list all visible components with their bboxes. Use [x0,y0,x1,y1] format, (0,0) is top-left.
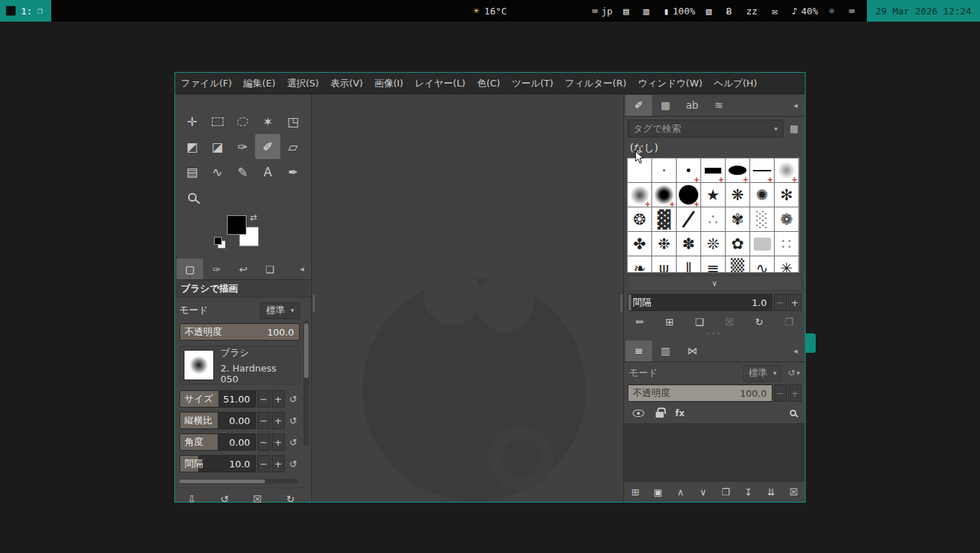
brush-item[interactable]: ❧ [628,256,651,273]
brush-item[interactable] [701,158,725,182]
pane-resize-handle[interactable] [313,295,315,312]
new-layer-button[interactable]: ⊞ [627,487,644,498]
delete-brush-button[interactable]: ☒ [721,316,738,328]
increment-button[interactable]: + [788,294,801,311]
reset-icon[interactable]: ↺ [287,459,300,469]
clipboard-indicator[interactable]: ▤ [623,6,633,17]
tab-fonts[interactable]: ab [679,95,705,116]
aspect-ratio-slider[interactable]: 縦横比 0.00 [179,412,256,429]
active-brush-name[interactable]: 2. Hardness 050 [220,363,295,385]
increment-button[interactable]: + [272,455,285,472]
menu-item[interactable]: レイヤー(L) [409,77,471,90]
fuzzy-select-tool[interactable]: ✶ [255,109,280,134]
lock-icon[interactable] [656,412,664,418]
dock-menu-button[interactable]: ◂ [788,101,803,110]
eraser-tool[interactable]: ▱ [280,134,306,159]
decrement-button[interactable]: − [257,433,270,451]
pane-resize-handle[interactable]: ··· [624,331,805,340]
tab-device-status[interactable]: ✑ [203,258,230,279]
brush-item[interactable]: ψ [652,256,676,273]
idle-inhibitor[interactable]: zz [746,6,761,17]
brush-item[interactable]: ∿ [750,256,774,273]
decrement-button[interactable]: − [774,385,787,402]
text-tool[interactable]: A [255,159,280,184]
layer-opacity-slider[interactable]: 不透明度 100.0 [628,385,772,402]
paths-tool[interactable]: ✎ [230,159,255,184]
decrement-button[interactable]: − [257,455,270,472]
menu-item[interactable]: 選択(S) [281,77,324,90]
increment-button[interactable]: + [272,390,285,408]
default-colors-button[interactable] [214,237,226,248]
layers-list[interactable] [624,424,805,482]
rectangle-select-tool[interactable] [205,109,230,134]
tab-undo-history[interactable]: ↩ [230,258,257,279]
raise-layer-button[interactable]: ∧ [672,487,689,498]
brush-item[interactable]: ✻ [775,183,798,207]
expand-brush-list-button[interactable]: ∨ [627,275,802,291]
scrollbar-vertical[interactable] [303,320,309,446]
visibility-icon[interactable] [633,410,644,417]
bluetooth-indicator[interactable]: Ƀ [726,6,736,17]
brush-item[interactable]: ░ [750,207,774,231]
restore-tool-preset-button[interactable]: ↺ [216,493,233,505]
merge-down-button[interactable]: ⇊ [762,487,780,498]
menu-item[interactable]: 編集(E) [238,77,281,90]
pane-resize-handle[interactable] [620,295,623,312]
brush-item[interactable]: ✳ [775,256,798,273]
brush-item[interactable]: ✽ [677,232,700,256]
menu-item[interactable]: ファイル(F) [175,77,238,90]
reset-icon[interactable]: ↺ [287,437,300,448]
delete-layer-button[interactable]: ☒ [785,487,802,498]
brush-item[interactable]: ❊ [701,232,725,256]
brush-item[interactable] [652,183,676,207]
open-brush-as-image-button[interactable]: ❐ [780,316,798,328]
increment-button[interactable]: + [272,433,285,451]
angle-slider[interactable]: 角度 0.00 [179,433,256,451]
anchor-layer-button[interactable]: ↧ [740,487,757,498]
increment-button[interactable]: + [788,385,801,402]
refresh-brushes-button[interactable]: ↻ [751,316,768,328]
brightness-indicator[interactable]: ☼ [829,6,838,17]
move-tool[interactable]: ✛ [179,109,205,134]
menu-item[interactable]: 画像(I) [369,77,409,90]
tab-paths[interactable]: ⋈ [679,341,705,361]
swap-colors-button[interactable]: ⇄ [250,212,257,222]
volume-indicator[interactable]: ♪ 40% [792,6,818,17]
search-layers-icon[interactable] [790,410,796,416]
smudge-tool[interactable]: ∿ [205,159,230,184]
notifications-indicator[interactable]: ✉ [772,6,781,17]
canvas[interactable] [312,94,623,502]
decrement-button[interactable]: − [257,412,270,429]
new-brush-button[interactable]: ⊞ [661,316,678,328]
paintbrush-tool[interactable]: ✐ [255,134,280,159]
battery-indicator[interactable]: ▮ 100% [664,6,695,17]
brush-item[interactable] [750,232,774,256]
brush-spacing-slider[interactable]: 間隔 1.0 [628,294,772,311]
size-slider[interactable]: サイズ 51.00 [179,390,256,408]
layer-effects-icon[interactable]: fx [675,408,685,418]
brush-item[interactable]: ∷ [775,232,798,256]
free-select-tool[interactable] [230,109,255,134]
brush-item[interactable]: ✿ [726,232,749,256]
menu-item[interactable]: 色(C) [471,77,506,90]
brush-item[interactable] [628,183,651,207]
scrollbar-thumb[interactable] [179,480,265,483]
decrement-button[interactable]: − [257,390,270,408]
scrollbar-thumb[interactable] [304,323,308,378]
brush-item[interactable]: ▓ [652,207,676,231]
reset-tool-options-button[interactable]: ↻ [282,493,299,505]
tab-channels[interactable]: ▥ [652,341,679,361]
brush-item[interactable] [726,158,749,182]
tab-patterns[interactable]: ▦ [652,95,679,116]
brush-item[interactable]: ∥ [677,256,700,273]
spacing-slider[interactable]: 間隔 10.0 [179,455,256,472]
menu-item[interactable]: ヘルプ(H) [708,77,763,90]
increment-button[interactable]: + [272,412,285,429]
layer-mode-switch-button[interactable]: ↺ ▾ [788,368,800,378]
ink-tool[interactable]: ✑ [230,134,255,159]
brush-item[interactable] [677,158,700,182]
active-brush-preview[interactable] [184,350,214,380]
notes-indicator[interactable]: ▥ [643,6,653,17]
view-mode-button[interactable]: ▦ [787,123,801,134]
brush-item[interactable]: ❂ [628,207,651,231]
